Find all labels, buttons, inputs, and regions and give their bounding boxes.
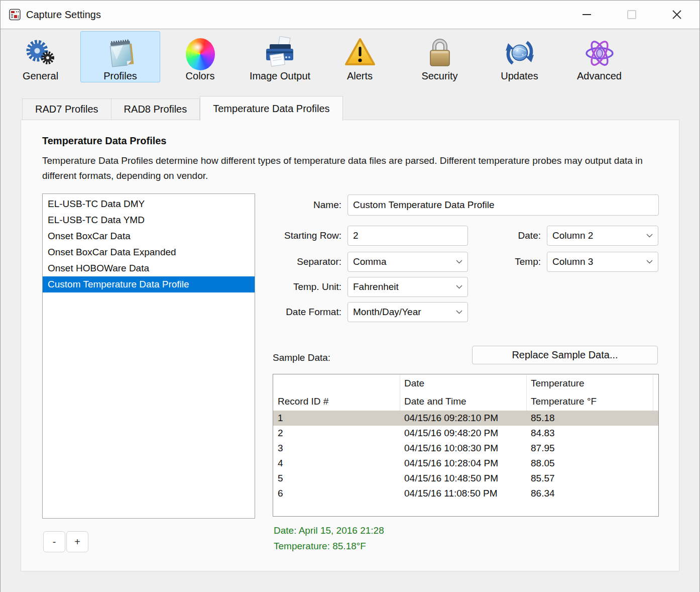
padlock-icon xyxy=(423,32,457,70)
date-column-select[interactable]: Column 2 xyxy=(547,226,658,246)
close-icon xyxy=(672,10,682,20)
preview-temperature-text: Temperature: 85.18°F xyxy=(274,541,366,552)
page-title: Temperature Data Profiles xyxy=(42,135,167,147)
list-item-selected[interactable]: Custom Temperature Data Profile xyxy=(43,276,255,292)
atom-icon xyxy=(582,32,617,70)
cell-date-time: 04/15/16 11:08:50 PM xyxy=(400,486,526,501)
remove-profile-button[interactable]: - xyxy=(43,531,65,552)
column-divider xyxy=(653,375,653,411)
table-row[interactable]: 5 04/15/16 10:48:50 PM 85.57 xyxy=(273,471,658,486)
table-row[interactable]: 4 04/15/16 10:28:04 PM 88.05 xyxy=(273,456,658,471)
chevron-down-icon xyxy=(456,310,462,314)
temp-unit-label: Temp. Unit: xyxy=(231,277,341,297)
toolbar-item-profiles[interactable]: Profiles xyxy=(80,31,160,82)
gears-icon xyxy=(24,32,58,70)
column-divider xyxy=(400,375,400,411)
separator-value: Comma xyxy=(353,256,387,267)
table-header-row: Record ID # Date and Time Temperature °F xyxy=(273,392,658,411)
window-controls xyxy=(564,1,699,29)
date-format-select[interactable]: Month/Day/Year xyxy=(347,302,468,322)
toolbar-item-label: Advanced xyxy=(577,70,622,82)
table-row[interactable]: 3 04/15/16 10:08:30 PM 87.95 xyxy=(273,441,658,456)
temp-unit-select[interactable]: Fahrenheit xyxy=(347,277,468,297)
toolbar-item-label: Profiles xyxy=(103,70,137,82)
add-profile-button[interactable]: + xyxy=(66,531,88,552)
minimize-icon xyxy=(582,14,591,15)
cell-record-id: 3 xyxy=(273,441,400,456)
toolbar-item-general[interactable]: General xyxy=(1,31,80,82)
table-group-header-row: Date Temperature xyxy=(273,374,658,392)
group-header xyxy=(273,374,400,392)
replace-sample-data-button[interactable]: Replace Sample Data... xyxy=(472,346,658,364)
toolbar-item-label: Colors xyxy=(186,70,215,82)
color-wheel-icon xyxy=(186,32,215,70)
cell-record-id: 2 xyxy=(273,426,400,441)
sample-data-label: Sample Data: xyxy=(273,349,330,367)
toolbar-item-colors[interactable]: Colors xyxy=(160,31,240,82)
chevron-down-icon xyxy=(456,285,462,289)
cell-temperature: 86.34 xyxy=(526,486,652,501)
toolbar-item-image-output[interactable]: Image Output xyxy=(240,31,320,82)
tab-temperature-data-profiles[interactable]: Temperature Data Profiles xyxy=(200,96,342,121)
description-text: Temperature Data Profiles determine how … xyxy=(42,153,669,183)
temp-column-select[interactable]: Column 3 xyxy=(547,252,658,272)
warning-triangle-icon xyxy=(343,32,377,70)
name-field[interactable] xyxy=(347,194,659,216)
toolbar-item-security[interactable]: Security xyxy=(400,31,480,82)
separator-label: Separator: xyxy=(231,252,341,272)
date-column-value: Column 2 xyxy=(552,230,593,241)
chevron-down-icon xyxy=(646,234,653,238)
cell-temperature: 85.18 xyxy=(526,411,652,426)
titlebar: Capture Settings xyxy=(1,1,699,29)
cell-record-id: 5 xyxy=(273,471,400,486)
cell-date-time: 04/15/16 10:28:04 PM xyxy=(400,456,526,471)
toolbar-item-updates[interactable]: Updates xyxy=(480,31,559,82)
column-divider xyxy=(526,375,527,411)
date-column-label: Date: xyxy=(430,226,541,246)
temp-column-label: Temp: xyxy=(430,252,541,272)
toolbar-item-label: General xyxy=(23,70,58,82)
cell-record-id: 1 xyxy=(273,411,400,426)
cell-record-id: 6 xyxy=(273,486,400,501)
settings-toolbar: General xyxy=(1,30,699,86)
notepad-icon xyxy=(103,32,138,70)
maximize-icon xyxy=(627,10,636,19)
temp-unit-value: Fahrenheit xyxy=(353,281,399,292)
tab-rad8-profiles[interactable]: RAD8 Profiles xyxy=(111,98,200,120)
table-row[interactable]: 2 04/15/16 09:48:20 PM 84.83 xyxy=(273,426,658,441)
toolbar-item-label: Alerts xyxy=(347,70,373,82)
cell-record-id: 4 xyxy=(273,456,400,471)
temp-column-value: Column 3 xyxy=(552,256,593,267)
profiles-tabbar: RAD7 Profiles RAD8 Profiles Temperature … xyxy=(22,96,343,120)
column-header-record-id: Record ID # xyxy=(273,392,400,411)
toolbar-item-alerts[interactable]: Alerts xyxy=(320,31,400,82)
toolbar-item-label: Security xyxy=(421,70,457,82)
column-header-date-time: Date and Time xyxy=(400,392,526,411)
list-item[interactable]: EL-USB-TC Data YMD xyxy=(43,212,255,228)
name-label: Name: xyxy=(231,194,341,216)
cell-temperature: 85.57 xyxy=(526,471,652,486)
table-row[interactable]: 1 04/15/16 09:28:10 PM 85.18 xyxy=(273,411,658,426)
sample-data-table[interactable]: Date Temperature Record ID # Date and Ti… xyxy=(273,374,659,517)
temperature-data-profiles-panel: Temperature Data Profiles Temperature Da… xyxy=(21,120,679,571)
cell-temperature: 84.83 xyxy=(526,426,652,441)
table-row[interactable]: 6 04/15/16 11:08:50 PM 86.34 xyxy=(273,486,658,501)
window-title: Capture Settings xyxy=(26,9,101,21)
maximize-button[interactable] xyxy=(609,1,654,29)
cell-date-time: 04/15/16 10:48:50 PM xyxy=(400,471,526,486)
list-item[interactable]: EL-USB-TC Data DMY xyxy=(43,196,255,212)
starting-row-label: Starting Row: xyxy=(231,226,341,246)
profile-listbox[interactable]: EL-USB-TC Data DMY EL-USB-TC Data YMD On… xyxy=(42,193,255,519)
list-item[interactable]: Onset HOBOWare Data xyxy=(43,260,255,276)
list-item[interactable]: Onset BoxCar Data xyxy=(43,228,255,244)
list-item[interactable]: Onset BoxCar Data Expanded xyxy=(43,244,255,260)
minimize-button[interactable] xyxy=(564,1,609,29)
group-header-temperature: Temperature xyxy=(526,374,652,392)
column-header-temperature: Temperature °F xyxy=(526,392,652,411)
capture-settings-window: Capture Settings xyxy=(0,0,700,592)
toolbar-item-label: Image Output xyxy=(250,70,310,82)
tab-rad7-profiles[interactable]: RAD7 Profiles xyxy=(22,98,111,120)
toolbar-item-advanced[interactable]: Advanced xyxy=(559,31,639,82)
sync-globe-icon xyxy=(503,32,537,70)
close-button[interactable] xyxy=(654,1,699,29)
